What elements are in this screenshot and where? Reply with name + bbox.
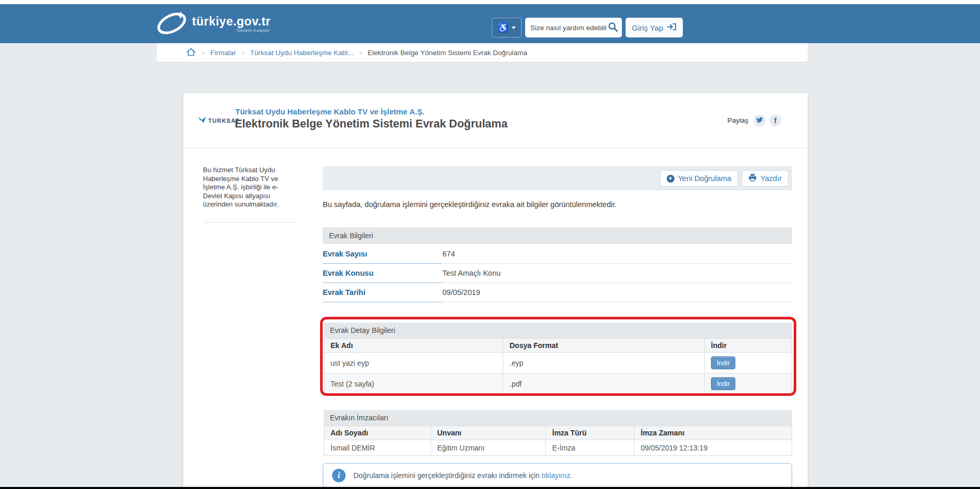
download-button[interactable]: İndir	[711, 377, 735, 390]
login-arrow-icon	[667, 23, 677, 32]
column-header-unvani: Unvanı	[431, 426, 546, 440]
provider-title: Türksat Uydu Haberleşme Kablo TV ve İşle…	[235, 107, 425, 116]
column-header-ek-adi: Ek Adı	[324, 339, 503, 353]
share-facebook-button[interactable]: f	[769, 114, 781, 126]
attachment-format: .pdf	[503, 374, 705, 394]
breadcrumb-item-turksat[interactable]: Türksat Uydu Haberleşme Kabl...	[250, 49, 354, 57]
attachment-name: Test (2 sayfa)	[324, 374, 503, 394]
column-header-imza-zamani: İmza Zamanı	[634, 426, 792, 440]
breadcrumb-item-firmalar[interactable]: Firmalar	[210, 49, 236, 57]
page-title: Elektronik Belge Yönetim Sistemi Evrak D…	[235, 118, 507, 131]
share-widget: Paylaş f	[727, 114, 781, 126]
turkiye-gov-tr-logo[interactable]: türkiye.gov.tr "Devletin Kısayolu"	[157, 10, 271, 38]
logo-tagline: "Devletin Kısayolu"	[236, 29, 271, 32]
home-icon[interactable]	[186, 47, 196, 58]
download-document-link[interactable]: tıklayınız.	[542, 471, 572, 480]
screenshot-bottom-edge	[0, 487, 980, 489]
facebook-icon: f	[774, 117, 777, 124]
attachment-format: .eyp	[503, 353, 705, 374]
twitter-icon	[756, 116, 763, 125]
search-icon	[608, 26, 618, 34]
header-search	[525, 18, 622, 37]
table-row: ust yazi eyp .eyp İndir	[324, 353, 792, 374]
column-header-adi-soyadi: Adı Soyadı	[324, 426, 431, 440]
plus-circle-icon: +	[667, 175, 674, 183]
signers-table: Adı Soyadı Unvanı İmza Türü İmza Zamanı …	[324, 426, 792, 456]
new-verification-label: Yeni Doğrulama	[678, 174, 732, 183]
share-twitter-button[interactable]	[754, 114, 766, 126]
field-label: Evrak Sayısı	[323, 244, 441, 264]
field-row-evrak-tarihi: Evrak Tarihi 09/05/2019	[323, 283, 792, 302]
breadcrumb-separator: ›	[202, 48, 205, 56]
field-row-evrak-sayisi: Evrak Sayısı 674	[323, 244, 792, 264]
top-white-strip	[0, 0, 980, 4]
document-details-table: Ek Adı Dosya Format İndir ust yazi eyp .…	[324, 338, 792, 394]
signature-time: 09/05/2019 12:13:19	[634, 440, 792, 456]
breadcrumb-separator: ›	[359, 48, 362, 56]
table-header-row: Adı Soyadı Unvanı İmza Türü İmza Zamanı	[324, 426, 792, 440]
intro-text: Bu sayfada, doğrulama işlemini gerçekleş…	[323, 200, 617, 209]
download-button[interactable]: İndir	[711, 356, 735, 369]
section-header-imzacilar: Evrakın İmzacıları	[324, 410, 792, 426]
sidebar-divider	[203, 222, 296, 223]
printer-icon	[748, 174, 757, 183]
gov-header: türkiye.gov.tr "Devletin Kısayolu" ♿ Gir…	[0, 4, 980, 43]
breadcrumb: › Firmalar › Türksat Uydu Haberleşme Kab…	[157, 43, 808, 62]
info-text: Doğrulama işlemini gerçekleştirdiğiniz e…	[353, 471, 540, 480]
section-header-evrak-bilgileri: Evrak Bilgileri	[323, 227, 792, 244]
info-note: i Doğrulama işlemini gerçekleştirdiğiniz…	[323, 463, 792, 488]
field-row-evrak-konusu: Evrak Konusu Test Amaçlı Konu	[323, 264, 792, 283]
column-header-indir: İndir	[705, 339, 792, 353]
info-icon: i	[332, 469, 346, 482]
header-controls: ♿ Giriş Yap	[492, 18, 683, 37]
share-label: Paylaş	[727, 117, 748, 124]
signer-name: İsmail DEMİR	[324, 440, 431, 456]
signer-role: Eğitim Uzmanı	[431, 440, 546, 456]
field-label: Evrak Tarihi	[323, 283, 441, 302]
card-header-divider	[183, 148, 808, 148]
table-header-row: Ek Adı Dosya Format İndir	[324, 339, 792, 353]
sidebar-service-note: Bu hizmet Türksat Uydu Haberleşme Kablo …	[203, 166, 297, 209]
field-label: Evrak Konusu	[323, 264, 441, 283]
column-header-dosya-format: Dosya Format	[503, 339, 705, 353]
turksat-logo: TURKSAT	[198, 116, 239, 125]
login-button-label: Giriş Yap	[632, 23, 663, 32]
signature-type: E-İmza	[546, 440, 634, 456]
search-button[interactable]	[607, 22, 619, 33]
breadcrumb-separator: ›	[242, 48, 245, 56]
print-label: Yazdır	[760, 174, 782, 183]
attachment-name: ust yazi eyp	[324, 353, 503, 374]
edevlet-swirl-icon	[157, 10, 189, 38]
action-toolbar: + Yeni Doğrulama Yazdır	[323, 166, 792, 190]
document-info-fields: Evrak Sayısı 674 Evrak Konusu Test Amaçl…	[323, 244, 792, 302]
turksat-bird-icon	[198, 116, 206, 125]
field-value: 674	[441, 244, 792, 264]
table-row: İsmail DEMİR Eğitim Uzmanı E-İmza 09/05/…	[324, 440, 792, 456]
chevron-down-icon	[512, 27, 516, 29]
wheelchair-icon: ♿	[498, 23, 508, 32]
accessibility-button[interactable]: ♿	[492, 18, 521, 37]
breadcrumb-current-page: Elektronik Belge Yönetim Sistemi Evrak D…	[367, 49, 527, 57]
table-row: Test (2 sayfa) .pdf İndir	[324, 374, 792, 394]
section-header-evrak-detay: Evrak Detay Bilgileri	[324, 323, 792, 338]
login-button[interactable]: Giriş Yap	[626, 18, 683, 37]
field-value: Test Amaçlı Konu	[441, 264, 792, 283]
print-button[interactable]: Yazdır	[742, 170, 788, 187]
field-value: 09/05/2019	[441, 283, 792, 302]
column-header-imza-turu: İmza Türü	[546, 426, 634, 440]
new-verification-button[interactable]: + Yeni Doğrulama	[660, 170, 739, 187]
logo-text: türkiye.gov.tr	[192, 16, 271, 28]
